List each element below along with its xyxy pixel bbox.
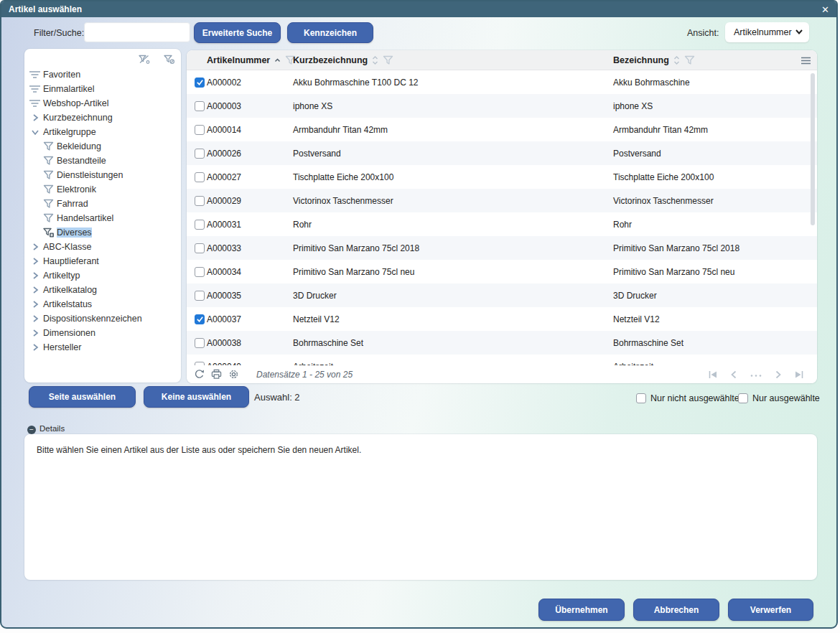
cell-kurzbezeichnung: Bohrmaschine Set xyxy=(293,331,363,355)
refresh-icon[interactable] xyxy=(194,369,205,380)
column-filter-icon[interactable] xyxy=(383,55,393,65)
page-ellipsis-icon[interactable] xyxy=(750,370,762,380)
filter-search-input[interactable] xyxy=(84,22,190,42)
table-row[interactable]: A000034Primitivo San Marzano 75cl neuPri… xyxy=(187,260,817,283)
sort-ascending-icon[interactable] xyxy=(274,57,281,64)
filter-clear-icon[interactable] xyxy=(163,54,175,65)
tree-item-favoriten[interactable]: Favoriten xyxy=(24,67,181,82)
close-icon[interactable]: ✕ xyxy=(821,5,829,14)
table-menu-icon[interactable] xyxy=(801,55,811,68)
tree-item-fahrrad[interactable]: Fahrrad xyxy=(24,197,181,211)
table-row[interactable]: A000014Armbanduhr Titan 42mmArmbanduhr T… xyxy=(187,118,817,141)
funnel-icon xyxy=(42,141,55,151)
cell-kurzbezeichnung: Netzteil V12 xyxy=(293,307,340,331)
table-row[interactable]: A000038Bohrmaschine SetBohrmaschine Set xyxy=(187,331,817,355)
details-panel: Bitte wählen Sie einen Artikel aus der L… xyxy=(24,434,817,580)
table-row[interactable]: A000033Primitivo San Marzano 75cl 2018Pr… xyxy=(187,236,817,260)
table-row[interactable]: A000027Tischplatte Eiche 200x100Tischpla… xyxy=(187,165,817,189)
column-header-label: Bezeichnung xyxy=(613,55,669,65)
row-checkbox[interactable] xyxy=(195,267,205,277)
select-none-button[interactable]: Keine auswählen xyxy=(144,386,249,408)
tree-item-hersteller[interactable]: Hersteller xyxy=(24,340,181,355)
tree-item-artikelstatus[interactable]: Artikelstatus xyxy=(24,297,181,311)
table-row[interactable]: A000040ArbeitszeitArbeitszeit xyxy=(187,355,817,365)
cell-kurzbezeichnung: Arbeitszeit xyxy=(293,355,333,365)
tree-item-dienstleistungen[interactable]: Dienstleistungen xyxy=(24,168,181,182)
only-unselected-label: Nur nicht ausgewählte xyxy=(650,393,739,403)
tree-item-artikelgruppe[interactable]: Artikelgruppe xyxy=(24,125,181,139)
column-header-kurzbezeichnung[interactable]: Kurzbezeichnung xyxy=(293,50,393,70)
cell-bezeichnung: Rohr xyxy=(613,212,632,236)
table-row[interactable]: A000003iphone XSiphone XS xyxy=(187,94,817,118)
kennzeichen-button[interactable]: Kennzeichen xyxy=(287,22,373,43)
tree-item-bekleidung[interactable]: Bekleidung xyxy=(24,139,181,154)
tree-item-hauptlieferant[interactable]: Hauptlieferant xyxy=(24,254,181,268)
tree-item-label: Einmalartikel xyxy=(43,84,95,94)
tree-item-label: Kurzbezeichnung xyxy=(43,113,113,123)
discard-button[interactable]: Verwerfen xyxy=(728,599,813,621)
tree-item-artikelkatalog[interactable]: Artikelkatalog xyxy=(24,283,181,297)
prev-page-icon[interactable] xyxy=(729,370,738,380)
last-page-icon[interactable] xyxy=(794,370,804,380)
row-checkbox[interactable] xyxy=(195,172,205,182)
chevron-down-icon xyxy=(795,27,803,38)
tree-item-bestandteile[interactable]: Bestandteile xyxy=(24,154,181,168)
sort-icon[interactable] xyxy=(673,55,681,65)
first-page-icon[interactable] xyxy=(708,370,718,380)
table-row[interactable]: A000031RohrRohr xyxy=(187,212,817,236)
gear-icon[interactable] xyxy=(228,369,239,380)
tree-item-abc-klasse[interactable]: ABC-Klasse xyxy=(24,240,181,254)
cell-artikelnummer: A000027 xyxy=(207,165,241,189)
cell-bezeichnung: iphone XS xyxy=(613,94,653,118)
row-checkbox[interactable] xyxy=(195,338,205,348)
tree-item-kurzbezeichnung[interactable]: Kurzbezeichnung xyxy=(24,111,181,125)
row-checkbox[interactable] xyxy=(195,243,205,253)
tree-item-artikeltyp[interactable]: Artikeltyp xyxy=(24,268,181,283)
advanced-search-button[interactable]: Erweiterte Suche xyxy=(194,22,281,43)
select-page-button[interactable]: Seite auswählen xyxy=(29,386,136,408)
column-header-artikelnummer[interactable]: Artikelnummer xyxy=(207,50,296,70)
tree-item-label: Artikelstatus xyxy=(43,299,92,309)
row-checkbox[interactable] xyxy=(195,314,205,324)
tree-item-handelsartikel[interactable]: Handelsartikel xyxy=(24,211,181,225)
sort-icon[interactable] xyxy=(371,55,379,65)
column-header-label: Artikelnummer xyxy=(207,55,270,65)
row-checkbox[interactable] xyxy=(195,101,205,111)
cancel-button[interactable]: Abbrechen xyxy=(633,599,719,621)
table-scrollbar[interactable] xyxy=(811,73,815,225)
details-message: Bitte wählen Sie einen Artikel aus der L… xyxy=(37,445,361,455)
row-checkbox[interactable] xyxy=(195,78,205,88)
tree-item-label: Handelsartikel xyxy=(57,213,113,223)
tree-item-einmalartikel[interactable]: Einmalartikel xyxy=(24,82,181,96)
only-unselected-checkbox[interactable] xyxy=(636,393,646,403)
cell-kurzbezeichnung: Rohr xyxy=(293,212,312,236)
cell-artikelnummer: A000035 xyxy=(207,283,241,307)
column-filter-icon[interactable] xyxy=(684,55,695,65)
apply-button[interactable]: Übernehmen xyxy=(538,599,625,621)
table-row[interactable]: A000037Netzteil V12Netzteil V12 xyxy=(187,307,817,331)
printer-icon[interactable] xyxy=(211,369,222,380)
filter-edit-icon[interactable] xyxy=(138,54,150,65)
view-dropdown[interactable]: Artikelnummer xyxy=(725,22,809,42)
column-header-bezeichnung[interactable]: Bezeichnung xyxy=(613,50,695,70)
table-row[interactable]: A000026PostversandPostversand xyxy=(187,141,817,165)
tree-item-elektronik[interactable]: Elektronik xyxy=(24,182,181,197)
tree-item-dispositionskennzeichen[interactable]: Dispositionskennzeichen xyxy=(24,311,181,326)
dialog-title: Artikel auswählen xyxy=(9,4,82,14)
funnel-icon xyxy=(42,213,55,223)
cell-bezeichnung: 3D Drucker xyxy=(613,283,657,307)
row-checkbox[interactable] xyxy=(195,125,205,135)
tree-item-dimensionen[interactable]: Dimensionen xyxy=(24,326,181,340)
tree-item-diverses[interactable]: Diverses xyxy=(24,225,181,240)
only-selected-checkbox[interactable] xyxy=(738,393,748,403)
details-collapse-icon[interactable]: − xyxy=(27,426,36,434)
table-row[interactable]: A000002Akku Bohrmaschine T100 DC 12Akku … xyxy=(187,70,817,94)
row-checkbox[interactable] xyxy=(195,196,205,206)
row-checkbox[interactable] xyxy=(195,220,205,230)
row-checkbox[interactable] xyxy=(195,291,205,301)
row-checkbox[interactable] xyxy=(195,149,205,159)
tree-item-webshop-artikel[interactable]: Webshop-Artikel xyxy=(24,96,181,111)
table-row[interactable]: A0000353D Drucker3D Drucker xyxy=(187,283,817,307)
next-page-icon[interactable] xyxy=(774,370,783,380)
table-row[interactable]: A000029Victorinox TaschenmesserVictorino… xyxy=(187,189,817,212)
